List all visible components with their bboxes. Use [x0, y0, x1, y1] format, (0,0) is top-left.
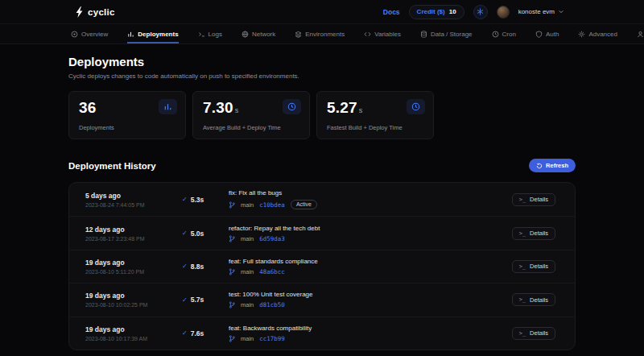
commit-hash[interactable]: d81cb50	[259, 301, 285, 308]
header-actions: Docs Credit ($) 10 konoste evm	[383, 5, 564, 19]
bars-icon	[159, 99, 177, 114]
stat-label: Deployments	[79, 124, 114, 131]
deployment-row: 5 days ago 2023-08-24 7:44:05 PM ✓ 5.3s …	[69, 183, 575, 216]
tab-advanced[interactable]: Advanced	[578, 24, 617, 43]
details-button[interactable]: >_ Details	[512, 293, 555, 306]
deploy-time-ago: 12 days ago	[85, 226, 182, 234]
check-icon: ✓	[182, 329, 188, 337]
deploy-timestamp: 2023-08-10 10:17:39 AM	[85, 336, 182, 342]
details-label: Details	[530, 196, 548, 203]
deploy-timestamp: 2023-08-10 5:11:20 PM	[85, 269, 182, 275]
user-menu[interactable]: konoste evm	[518, 8, 564, 15]
git-branch-icon	[229, 268, 235, 275]
brand-logo[interactable]: cyclic	[76, 6, 115, 18]
refresh-label: Refresh	[546, 162, 568, 169]
tab-deployments[interactable]: Deployments	[127, 24, 178, 43]
check-icon: ✓	[182, 296, 188, 304]
refresh-button[interactable]: Refresh	[529, 159, 576, 172]
details-label: Details	[530, 230, 548, 237]
git-branch-icon	[229, 235, 235, 242]
bolt-icon	[76, 6, 83, 18]
details-button[interactable]: >_ Details	[512, 260, 555, 273]
deploy-duration: 5.3s	[191, 196, 204, 204]
main-content: Deployments Cyclic deploys changes to co…	[68, 55, 576, 350]
tab-data-storage[interactable]: Data / Storage	[420, 24, 473, 43]
deployments-icon	[127, 31, 134, 38]
credit-value: 10	[449, 8, 456, 15]
check-icon: ✓	[182, 196, 188, 203]
snowflake-icon	[477, 8, 484, 15]
branch-name: main	[241, 235, 254, 242]
branch-name: main	[241, 301, 254, 308]
details-button[interactable]: >_ Details	[512, 227, 555, 240]
code-brackets-icon	[364, 31, 371, 38]
details-button[interactable]: >_ Details	[512, 327, 555, 340]
gear-icon	[578, 31, 585, 38]
details-label: Details	[530, 329, 548, 337]
stats-row: 36 Deployments 7.30 s Average Build + De…	[68, 91, 576, 139]
check-icon: ✓	[182, 230, 188, 237]
timer-icon	[407, 99, 425, 114]
stat-label: Average Build + Deploy Time	[203, 124, 281, 131]
stat-card-deployments: 36 Deployments	[68, 91, 186, 139]
deploy-timestamp: 2023-08-24 7:44:05 PM	[85, 202, 182, 208]
deployment-row: 19 days ago 2023-08-10 5:11:20 PM ✓ 8.8s…	[69, 250, 575, 283]
tab-label: Environments	[305, 31, 345, 38]
tab-label: Data / Storage	[431, 31, 473, 38]
deploy-duration: 8.8s	[191, 263, 204, 271]
user-name: konoste evm	[518, 8, 555, 15]
stat-card-fastest-time: 5.27 s Fastest Build + Deploy Time	[316, 91, 434, 139]
details-button[interactable]: >_ Details	[512, 193, 555, 206]
globe-icon	[242, 31, 249, 38]
deployment-row: 19 days ago 2023-08-10 10:02:25 PM ✓ 5.7…	[69, 283, 575, 316]
tab-label: Logs	[208, 31, 222, 38]
docs-link[interactable]: Docs	[383, 8, 400, 16]
tab-overview[interactable]: Overview	[71, 24, 108, 43]
credit-button[interactable]: Credit ($) 10	[409, 5, 464, 19]
deploy-duration: 5.0s	[191, 230, 204, 238]
primary-nav: Overview Deployments Logs Network Enviro…	[0, 24, 644, 44]
deployment-history-list: 5 days ago 2023-08-24 7:44:05 PM ✓ 5.3s …	[68, 182, 576, 350]
deployment-row: 19 days ago 2023-08-10 10:17:39 AM ✓ 7.6…	[69, 317, 575, 350]
terminal-icon: >_	[519, 197, 526, 203]
deploy-time-ago: 5 days ago	[85, 192, 182, 200]
database-icon	[420, 31, 427, 38]
commit-hash[interactable]: cc17b99	[259, 335, 285, 342]
deploy-duration: 5.7s	[191, 296, 204, 304]
history-header: Deployment History Refresh	[68, 159, 576, 172]
commit-message: feat: Backwards compatibility	[229, 325, 512, 332]
timer-icon	[283, 99, 301, 114]
commit-hash[interactable]: 48a6bcc	[259, 268, 285, 275]
tab-label: Network	[252, 31, 275, 38]
commit-hash[interactable]: 6d59da3	[259, 235, 285, 242]
terminal-icon: >_	[519, 263, 526, 270]
snowflake-icon-button[interactable]	[473, 5, 488, 19]
deploy-timestamp: 2023-08-10 10:02:25 PM	[85, 302, 182, 308]
tab-environments[interactable]: Environments	[295, 24, 345, 43]
branch-name: main	[241, 201, 254, 209]
commit-message: feat: Full standards compliance	[229, 258, 512, 265]
terminal-icon: >_	[519, 330, 526, 337]
tab-variables[interactable]: Variables	[364, 24, 401, 43]
git-branch-icon	[229, 301, 235, 308]
tab-cron[interactable]: Cron	[492, 24, 516, 43]
commit-hash[interactable]: c10bdea	[259, 201, 285, 209]
tab-admin[interactable]: Ad	[637, 24, 644, 43]
branch-name: main	[241, 268, 254, 275]
deploy-time-ago: 19 days ago	[85, 292, 182, 300]
user-avatar[interactable]	[497, 6, 510, 19]
stat-card-average-time: 7.30 s Average Build + Deploy Time	[192, 91, 310, 139]
commit-message: fix: Fix all the bugs	[229, 189, 512, 197]
deployment-row: 12 days ago 2023-08-17 3:23:48 PM ✓ 5.0s…	[69, 216, 575, 249]
terminal-icon	[198, 31, 205, 38]
tab-label: Auth	[546, 31, 559, 38]
branch-name: main	[241, 335, 254, 342]
tab-network[interactable]: Network	[242, 24, 275, 43]
stat-unit: s	[359, 106, 363, 114]
history-title: Deployment History	[68, 161, 156, 171]
commit-message: refactor: Repay all the tech debt	[229, 225, 512, 232]
tab-logs[interactable]: Logs	[198, 24, 222, 43]
brand-name: cyclic	[88, 7, 115, 17]
tab-auth[interactable]: Auth	[535, 24, 559, 43]
deploy-timestamp: 2023-08-17 3:23:48 PM	[85, 236, 182, 242]
